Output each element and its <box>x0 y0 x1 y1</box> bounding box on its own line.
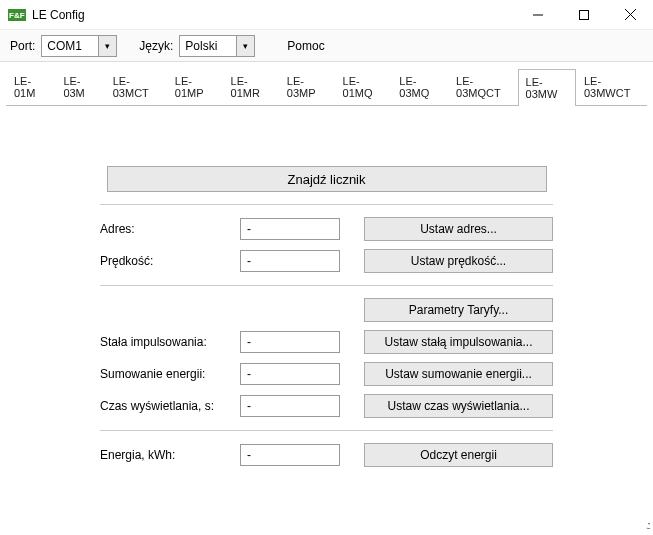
svg-text:F&F: F&F <box>9 11 25 20</box>
energy-label: Energia, kWh: <box>100 448 230 462</box>
display-time-label: Czas wyświetlania, s: <box>100 399 230 413</box>
tab-le-03mp[interactable]: LE-03MP <box>279 68 335 105</box>
speed-label: Prędkość: <box>100 254 230 268</box>
row-energy: Energia, kWh: Odczyt energii <box>100 443 553 467</box>
find-meter-button[interactable]: Znajdź licznik <box>107 166 547 192</box>
row-tariff: Parametry Taryfy... <box>100 298 553 322</box>
energy-sum-input[interactable] <box>240 363 340 385</box>
tab-le-01mp[interactable]: LE-01MP <box>167 68 223 105</box>
tab-le-03mq[interactable]: LE-03MQ <box>391 68 448 105</box>
row-pulse-const: Stała impulsowania: Ustaw stałą impulsow… <box>100 330 553 354</box>
window-title: LE Config <box>32 8 85 22</box>
tariff-params-button[interactable]: Parametry Taryfy... <box>364 298 553 322</box>
help-menu[interactable]: Pomoc <box>287 39 324 53</box>
set-energy-sum-button[interactable]: Ustaw sumowanie energii... <box>364 362 553 386</box>
minimize-button[interactable] <box>515 0 561 30</box>
app-logo-icon: F&F <box>8 8 26 22</box>
row-energy-sum: Sumowanie energii: Ustaw sumowanie energ… <box>100 362 553 386</box>
title-bar: F&F LE Config <box>0 0 653 30</box>
read-energy-button[interactable]: Odczyt energii <box>364 443 553 467</box>
set-speed-button[interactable]: Ustaw prędkość... <box>364 249 553 273</box>
close-button[interactable] <box>607 0 653 30</box>
address-input[interactable] <box>240 218 340 240</box>
display-time-input[interactable] <box>240 395 340 417</box>
pulse-const-input[interactable] <box>240 331 340 353</box>
port-combo[interactable]: ▾ <box>41 35 117 57</box>
port-input[interactable] <box>41 35 99 57</box>
set-pulse-const-button[interactable]: Ustaw stałą impulsowania... <box>364 330 553 354</box>
separator <box>100 204 553 205</box>
separator <box>100 285 553 286</box>
row-speed: Prędkość: Ustaw prędkość... <box>100 249 553 273</box>
energy-sum-label: Sumowanie energii: <box>100 367 230 381</box>
minimize-icon <box>533 10 543 20</box>
separator <box>100 430 553 431</box>
tab-le-03mw[interactable]: LE-03MW <box>518 69 576 106</box>
row-display-time: Czas wyświetlania, s: Ustaw czas wyświet… <box>100 394 553 418</box>
svg-rect-3 <box>580 10 589 19</box>
chevron-down-icon[interactable]: ▾ <box>99 35 117 57</box>
tab-strip: LE-01M LE-03M LE-03MCT LE-01MP LE-01MR L… <box>0 62 653 105</box>
language-label: Język: <box>139 39 173 53</box>
port-label: Port: <box>10 39 35 53</box>
row-address: Adres: Ustaw adres... <box>100 217 553 241</box>
speed-input[interactable] <box>240 250 340 272</box>
maximize-icon <box>579 10 589 20</box>
tab-le-01mq[interactable]: LE-01MQ <box>335 68 392 105</box>
maximize-button[interactable] <box>561 0 607 30</box>
tab-le-01mr[interactable]: LE-01MR <box>223 68 279 105</box>
toolbar: Port: ▾ Język: ▾ Pomoc <box>0 30 653 62</box>
set-address-button[interactable]: Ustaw adres... <box>364 217 553 241</box>
language-input[interactable] <box>179 35 237 57</box>
resize-grip-icon[interactable]: .:: <box>646 519 649 531</box>
chevron-down-icon[interactable]: ▾ <box>237 35 255 57</box>
set-display-time-button[interactable]: Ustaw czas wyświetlania... <box>364 394 553 418</box>
tab-le-03mct[interactable]: LE-03MCT <box>105 68 167 105</box>
energy-input[interactable] <box>240 444 340 466</box>
tab-le-03m[interactable]: LE-03M <box>55 68 104 105</box>
tab-panel: Znajdź licznik Adres: Ustaw adres... Prę… <box>0 106 653 485</box>
close-icon <box>625 9 636 20</box>
tab-le-01m[interactable]: LE-01M <box>6 68 55 105</box>
tab-le-03mqct[interactable]: LE-03MQCT <box>448 68 517 105</box>
address-label: Adres: <box>100 222 230 236</box>
language-combo[interactable]: ▾ <box>179 35 255 57</box>
pulse-const-label: Stała impulsowania: <box>100 335 230 349</box>
tab-le-03mwct[interactable]: LE-03MWCT <box>576 68 647 105</box>
